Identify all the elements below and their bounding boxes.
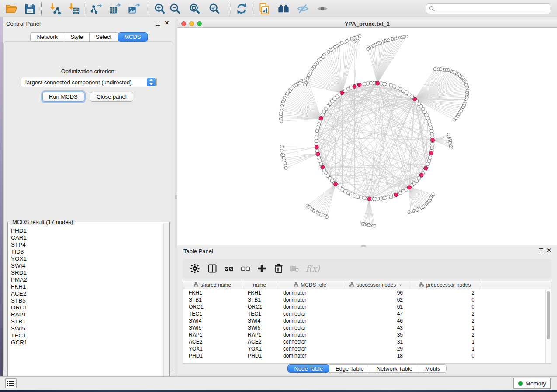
network-leaf-node[interactable] (353, 40, 356, 43)
mcds-result-item[interactable]: PMA2 (11, 276, 163, 283)
network-node[interactable] (317, 123, 321, 126)
network-dominator-node[interactable] (357, 83, 361, 87)
mcds-result-item[interactable]: RAP1 (11, 311, 163, 318)
first-neighbors-button[interactable] (276, 1, 291, 16)
network-dominator-node[interactable] (340, 91, 344, 95)
cell-shared-name[interactable]: RAP1 (183, 331, 242, 338)
cell-shared-name[interactable]: SWI4 (183, 317, 242, 324)
cell-name[interactable]: TEC1 (242, 310, 277, 317)
network-node[interactable] (379, 82, 383, 85)
cell-mcds-role[interactable]: connector (277, 310, 343, 317)
tab-style[interactable]: Style (64, 32, 90, 42)
network-node[interactable] (315, 139, 318, 143)
cell-successor-nodes[interactable]: 62 (343, 296, 409, 303)
export-image-button[interactable] (126, 1, 142, 16)
cell-predecessor-nodes[interactable]: 1 (409, 345, 481, 352)
network-node[interactable] (356, 195, 360, 198)
table-row[interactable]: RAP1RAP1dominator352 (183, 331, 545, 338)
table-scrollbar[interactable] (545, 289, 551, 363)
mcds-result-item[interactable]: ACE2 (11, 290, 163, 297)
network-dominator-node[interactable] (424, 166, 428, 170)
network-node[interactable] (430, 133, 434, 136)
network-node[interactable] (428, 156, 432, 159)
network-dominator-node[interactable] (431, 138, 435, 142)
table-row[interactable]: ORC1ORC1dominator610 (183, 303, 545, 310)
network-node[interactable] (389, 84, 393, 87)
network-dominator-node[interactable] (353, 85, 356, 89)
cell-mcds-role[interactable]: connector (277, 338, 343, 345)
cell-predecessor-nodes[interactable]: 0 (409, 296, 481, 303)
network-node[interactable] (430, 129, 433, 133)
cell-predecessor-nodes[interactable]: 2 (409, 317, 481, 324)
cell-shared-name[interactable]: ACE2 (183, 338, 242, 345)
column-header-predecessor-nodes[interactable]: predecessor nodes (409, 281, 481, 289)
cell-name[interactable]: STB1 (242, 296, 277, 303)
cell-successor-nodes[interactable]: 43 (343, 324, 409, 331)
cell-successor-nodes[interactable]: 96 (343, 289, 409, 296)
export-network-button[interactable] (88, 1, 104, 16)
optimization-criterion-select[interactable]: largest connected component (undirected) (21, 77, 157, 87)
tab-network-table[interactable]: Network Table (370, 364, 419, 373)
cell-mcds-role[interactable]: dominator (277, 289, 343, 296)
cell-predecessor-nodes[interactable]: 2 (409, 310, 481, 317)
cell-predecessor-nodes[interactable]: 0 (409, 303, 481, 310)
table-row[interactable]: TEC1TEC1connector472 (183, 310, 545, 317)
cell-predecessor-nodes[interactable]: 0 (409, 352, 481, 359)
cell-mcds-role[interactable]: connector (277, 324, 343, 331)
network-dominator-node[interactable] (394, 193, 398, 197)
cell-successor-nodes[interactable]: 35 (343, 331, 409, 338)
network-leaf-node[interactable] (367, 47, 370, 50)
mcds-result-item[interactable]: SWI5 (11, 325, 163, 332)
close-panel-icon[interactable]: ✕ (546, 247, 552, 254)
cell-shared-name[interactable]: ORC1 (183, 303, 242, 310)
network-node[interactable] (369, 81, 373, 85)
table-row[interactable]: SWI5SWI5connector431 (183, 324, 545, 331)
column-header-MCDS-role[interactable]: MCDS role (277, 281, 343, 289)
cell-predecessor-nodes[interactable]: 2 (409, 331, 481, 338)
table-row[interactable]: PHD1PHD1dominator180 (183, 352, 545, 359)
cell-name[interactable]: FKH1 (242, 289, 277, 296)
zoom-selected-button[interactable] (207, 1, 222, 16)
cell-shared-name[interactable]: STB1 (183, 296, 242, 303)
mcds-result-item[interactable]: TEC1 (11, 332, 163, 339)
mcds-result-item[interactable]: CAR1 (11, 234, 163, 241)
network-dominator-node[interactable] (315, 145, 318, 149)
mcds-result-scrollbar[interactable] (163, 223, 169, 383)
network-node[interactable] (383, 196, 386, 200)
run-mcds-button[interactable]: Run MCDS (42, 92, 84, 102)
cell-mcds-role[interactable]: connector (277, 345, 343, 352)
network-canvas[interactable] (177, 28, 557, 245)
network-dominator-node[interactable] (408, 186, 412, 189)
cell-shared-name[interactable]: FKH1 (183, 289, 242, 296)
cell-shared-name[interactable]: SWI5 (183, 324, 242, 331)
network-node[interactable] (431, 143, 434, 146)
network-node[interactable] (430, 146, 434, 149)
export-table-button[interactable] (107, 1, 123, 16)
cell-predecessor-nodes[interactable]: 2 (409, 289, 481, 296)
tab-motifs[interactable]: Motifs (419, 364, 447, 373)
network-node[interactable] (429, 126, 432, 129)
task-history-button[interactable] (5, 378, 17, 388)
cell-mcds-role[interactable]: dominator (277, 331, 343, 338)
scrollbar-thumb[interactable] (547, 291, 550, 339)
network-node[interactable] (376, 197, 380, 201)
column-header-shared-name[interactable]: shared name (183, 281, 242, 289)
mcds-result-item[interactable]: SRD1 (11, 269, 163, 276)
cell-name[interactable]: YOX1 (242, 345, 277, 352)
network-node[interactable] (386, 83, 390, 86)
network-leaf-node[interactable] (432, 193, 435, 196)
network-dominator-node[interactable] (321, 165, 325, 169)
clone-network-button[interactable] (257, 1, 273, 16)
network-dominator-node[interactable] (413, 97, 417, 101)
cell-name[interactable]: SWI5 (242, 324, 277, 331)
network-dominator-node[interactable] (367, 197, 371, 201)
cell-successor-nodes[interactable]: 29 (343, 345, 409, 352)
table-row[interactable]: FKH1FKH1dominator962 (183, 289, 545, 296)
cell-successor-nodes[interactable]: 61 (343, 303, 409, 310)
column-header-name[interactable]: name (242, 281, 277, 289)
refresh-view-button[interactable] (234, 1, 249, 16)
network-leaf-node[interactable] (280, 145, 283, 148)
network-node[interactable] (373, 197, 376, 201)
save-session-button[interactable] (22, 1, 38, 16)
mcds-result-item[interactable]: YOX1 (11, 255, 163, 262)
